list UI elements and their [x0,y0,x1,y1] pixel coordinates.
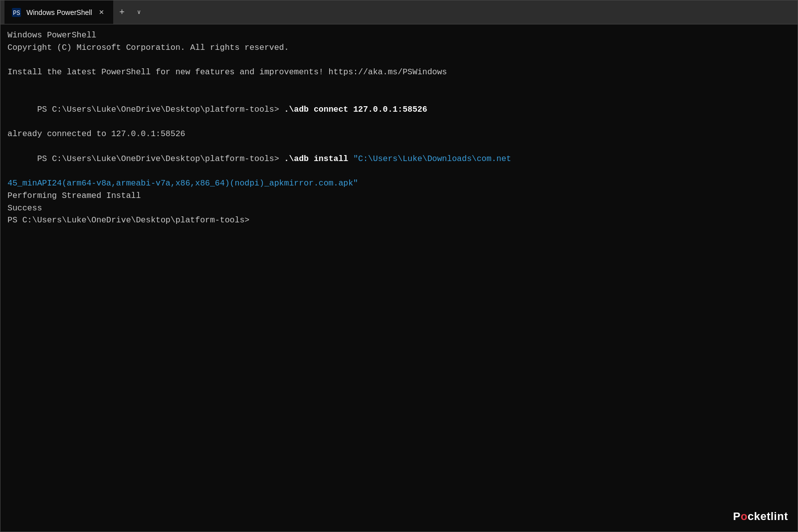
tab-title: Windows PowerShell [26,8,92,16]
tab-dropdown-button[interactable]: ∨ [131,4,147,20]
active-tab[interactable]: PS Windows PowerShell ✕ [4,0,113,24]
svg-text:PS: PS [13,10,20,17]
output-line-8: PS C:\Users\Luke\OneDrive\Desktop\platfo… [7,141,791,177]
cmd-1: .\adb connect 127.0.0.1:58526 [284,105,427,114]
watermark-dot: o [741,510,748,523]
output-line-1: Windows PowerShell [7,29,791,42]
output-line-4: Install the latest PowerShell for new fe… [7,66,791,79]
terminal-output[interactable]: Windows PowerShell Copyright (C) Microso… [0,24,798,532]
watermark: Pocketlint [733,510,788,523]
powershell-icon: PS [11,7,21,17]
close-tab-button[interactable]: ✕ [97,8,106,17]
new-tab-button[interactable]: + [113,3,131,21]
output-line-2: Copyright (C) Microsoft Corporation. All… [7,42,791,54]
link-part-1: "C:\Users\Luke\Downloads\com.net [353,154,511,164]
powershell-window: PS Windows PowerShell ✕ + ∨ Windows Powe… [0,0,798,532]
output-line-7: already connected to 127.0.0.1:58526 [7,128,791,141]
output-line-10: Performing Streamed Install [7,190,791,202]
output-line-11: Success [7,202,791,215]
output-line-5 [7,79,791,91]
prompt-1: PS C:\Users\Luke\OneDrive\Desktop\platfo… [37,105,284,114]
title-bar: PS Windows PowerShell ✕ + ∨ [0,0,798,24]
cmd-2: .\adb install [284,154,354,164]
output-line-3 [7,54,791,67]
output-line-9: 45_minAPI24(arm64-v8a,armeabi-v7a,x86,x8… [7,177,791,190]
output-line-12: PS C:\Users\Luke\OneDrive\Desktop\platfo… [7,214,791,227]
prompt-2: PS C:\Users\Luke\OneDrive\Desktop\platfo… [37,154,284,164]
output-line-6: PS C:\Users\Luke\OneDrive\Desktop\platfo… [7,91,791,128]
